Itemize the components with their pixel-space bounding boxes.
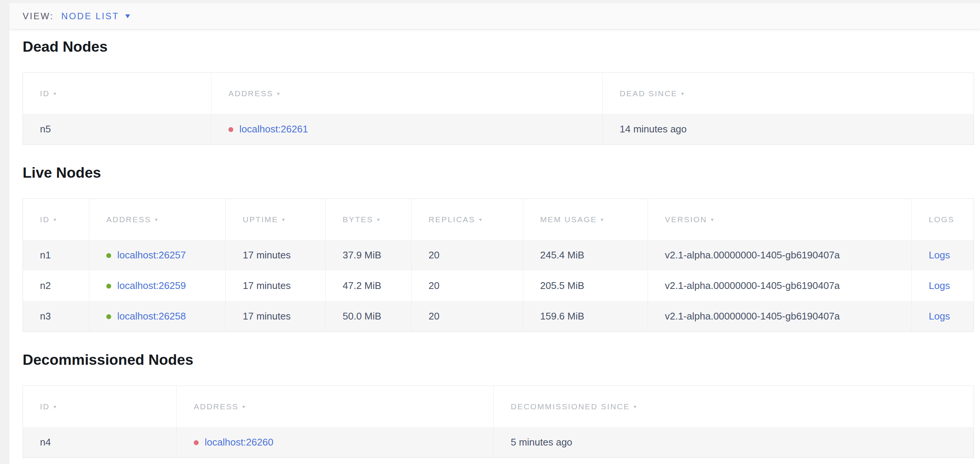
- address-link[interactable]: localhost:26258: [117, 311, 186, 322]
- cell-text: 159.6 MiB: [540, 311, 584, 322]
- cell-text: n5: [40, 123, 51, 135]
- chevron-down-icon: ▼: [124, 13, 132, 19]
- column-label: REPLICAS: [429, 215, 475, 224]
- sort-arrow-icon: ▾: [155, 217, 159, 223]
- view-label: VIEW:: [22, 11, 54, 21]
- cell-text: 205.5 MiB: [540, 280, 584, 291]
- cell-text: n4: [40, 437, 51, 448]
- sort-arrow-icon: ▾: [711, 217, 714, 223]
- sort-arrow-icon: ▾: [282, 217, 286, 223]
- cell-address: localhost:26257: [89, 240, 226, 271]
- cell-decommissioned_since: 5 minutes ago: [494, 427, 974, 458]
- live-status-dot-icon: [106, 284, 111, 289]
- logs-link[interactable]: Logs: [929, 249, 950, 261]
- column-label: BYTES: [343, 215, 373, 224]
- column-header-mem_usage[interactable]: MEM USAGE▾: [523, 199, 648, 240]
- section-title-dead-nodes: Dead Nodes: [22, 38, 980, 55]
- cell-id: n2: [23, 271, 89, 301]
- column-header-address[interactable]: ADDRESS▾: [89, 199, 226, 240]
- cell-id: n5: [23, 114, 212, 145]
- cell-text: 47.2 MiB: [343, 280, 382, 291]
- column-header-decommissioned_since[interactable]: DECOMMISSIONED SINCE▾: [494, 386, 974, 427]
- column-label: ID: [40, 89, 50, 98]
- cell-text: v2.1-alpha.00000000-1405-gb6190407a: [665, 280, 840, 291]
- cell-replicas: 20: [412, 301, 523, 332]
- cell-id: n1: [23, 240, 89, 271]
- cell-text: n2: [40, 280, 51, 291]
- address-link[interactable]: localhost:26261: [239, 123, 308, 135]
- sort-arrow-icon: ▾: [54, 91, 57, 97]
- cell-uptime: 17 minutes: [226, 240, 326, 271]
- section-decommissioned-nodes: Decommissioned NodesID▾ADDRESS▾DECOMMISS…: [22, 352, 980, 458]
- cell-text: 20: [429, 249, 439, 261]
- cell-version: v2.1-alpha.00000000-1405-gb6190407a: [648, 271, 912, 301]
- column-header-id[interactable]: ID▾: [23, 73, 212, 114]
- column-header-dead_since[interactable]: DEAD SINCE▾: [603, 73, 974, 114]
- column-header-bytes[interactable]: BYTES▾: [326, 199, 412, 240]
- column-label: ADDRESS: [228, 89, 273, 98]
- sort-arrow-icon: ▾: [633, 403, 637, 410]
- cell-address: localhost:26261: [212, 114, 603, 145]
- cell-version: v2.1-alpha.00000000-1405-gb6190407a: [648, 240, 912, 271]
- sort-arrow-icon: ▾: [277, 91, 281, 97]
- cell-text: n1: [40, 249, 51, 261]
- address-link[interactable]: localhost:26260: [205, 437, 273, 448]
- table-dead-nodes: ID▾ADDRESS▾DEAD SINCE▾n5localhost:262611…: [22, 72, 974, 145]
- sort-arrow-icon: ▾: [681, 91, 685, 97]
- column-label: ADDRESS: [194, 402, 239, 411]
- column-header-id[interactable]: ID▾: [23, 199, 89, 240]
- view-selector-dropdown[interactable]: NODE LIST ▼: [61, 11, 131, 21]
- cell-logs: Logs: [912, 271, 974, 301]
- column-label: ID: [40, 215, 50, 224]
- logs-link[interactable]: Logs: [929, 280, 950, 291]
- cell-dead_since: 14 minutes ago: [603, 114, 974, 145]
- cell-uptime: 17 minutes: [226, 301, 326, 332]
- live-status-dot-icon: [106, 253, 111, 258]
- column-header-replicas[interactable]: REPLICAS▾: [412, 199, 523, 240]
- address-link[interactable]: localhost:26257: [117, 249, 186, 261]
- header-row: ID▾ADDRESS▾DEAD SINCE▾: [23, 73, 974, 114]
- column-header-uptime[interactable]: UPTIME▾: [226, 199, 326, 240]
- section-title-live-nodes: Live Nodes: [22, 164, 980, 181]
- header-row: ID▾ADDRESS▾DECOMMISSIONED SINCE▾: [23, 386, 974, 427]
- column-header-address[interactable]: ADDRESS▾: [212, 73, 603, 114]
- view-bar: VIEW: NODE LIST ▼: [10, 3, 980, 29]
- header-row: ID▾ADDRESS▾UPTIME▾BYTES▾REPLICAS▾MEM USA…: [23, 199, 974, 240]
- column-header-id[interactable]: ID▾: [23, 386, 177, 427]
- table-live-nodes: ID▾ADDRESS▾UPTIME▾BYTES▾REPLICAS▾MEM USA…: [22, 198, 974, 332]
- cell-text: 245.4 MiB: [540, 249, 584, 261]
- sort-arrow-icon: ▾: [242, 403, 246, 410]
- column-header-version[interactable]: VERSION▾: [648, 199, 912, 240]
- cell-id: n4: [23, 427, 177, 458]
- cell-text: 20: [429, 280, 439, 291]
- cell-text: 17 minutes: [243, 249, 291, 261]
- column-label: ADDRESS: [106, 215, 151, 224]
- cell-bytes: 47.2 MiB: [326, 271, 412, 301]
- cell-text: 37.9 MiB: [343, 249, 382, 261]
- dead-status-dot-icon: [194, 440, 199, 445]
- cell-bytes: 37.9 MiB: [326, 240, 412, 271]
- column-label: LOGS: [929, 215, 955, 224]
- column-label: MEM USAGE: [540, 215, 597, 224]
- address-link[interactable]: localhost:26259: [117, 280, 186, 291]
- cell-text: 20: [429, 311, 439, 322]
- cell-replicas: 20: [412, 240, 523, 271]
- table-row: n2localhost:2625917 minutes47.2 MiB20205…: [23, 271, 974, 301]
- column-header-address[interactable]: ADDRESS▾: [177, 386, 494, 427]
- sort-arrow-icon: ▾: [601, 217, 605, 223]
- cell-version: v2.1-alpha.00000000-1405-gb6190407a: [648, 301, 912, 332]
- logs-link[interactable]: Logs: [929, 311, 950, 322]
- cell-address: localhost:26260: [177, 427, 494, 458]
- cell-bytes: 50.0 MiB: [326, 301, 412, 332]
- dead-status-dot-icon: [228, 127, 233, 132]
- section-title-decommissioned-nodes: Decommissioned Nodes: [22, 352, 980, 368]
- column-label: VERSION: [665, 215, 707, 224]
- table-row: n4localhost:262605 minutes ago: [23, 427, 974, 458]
- sort-arrow-icon: ▾: [54, 403, 57, 410]
- cell-text: 5 minutes ago: [511, 437, 572, 448]
- cell-mem_usage: 245.4 MiB: [523, 240, 648, 271]
- cell-id: n3: [23, 301, 89, 332]
- section-live-nodes: Live NodesID▾ADDRESS▾UPTIME▾BYTES▾REPLIC…: [22, 164, 980, 332]
- cell-text: v2.1-alpha.00000000-1405-gb6190407a: [665, 249, 840, 261]
- sort-arrow-icon: ▾: [54, 217, 57, 223]
